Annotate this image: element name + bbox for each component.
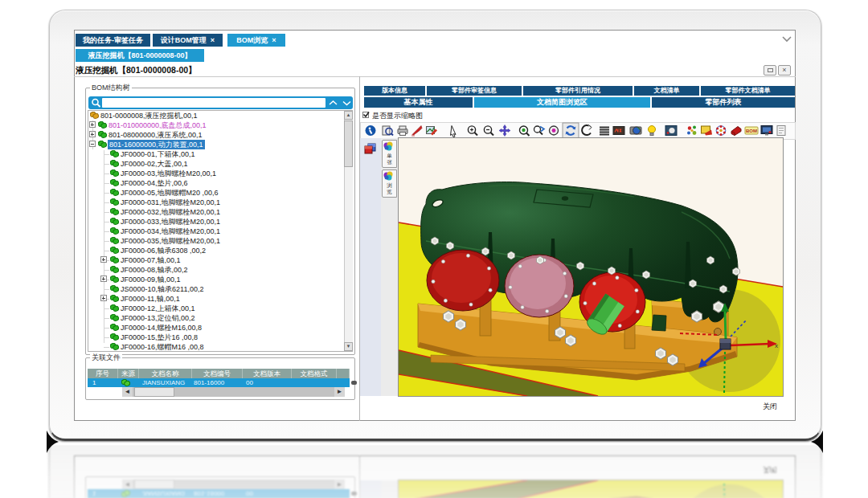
svg-text:x: x xyxy=(775,342,778,349)
svg-text:BOM: BOM xyxy=(746,129,757,133)
